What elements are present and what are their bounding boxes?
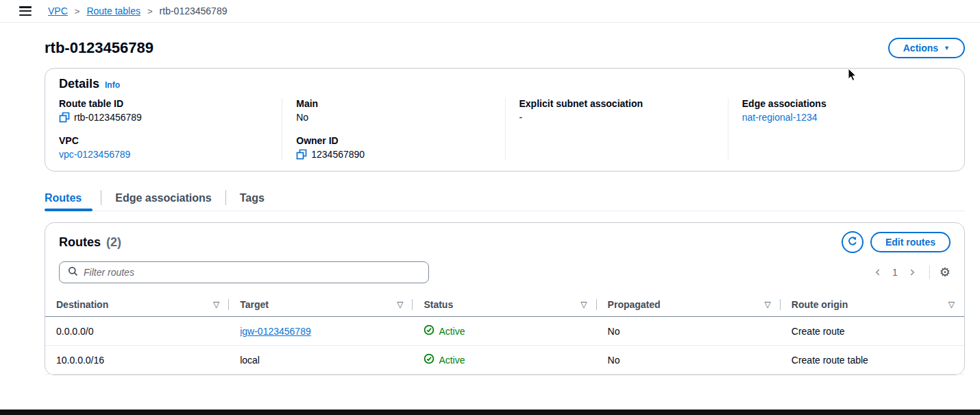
copy-icon[interactable] [59,112,70,123]
field-vpc: VPC vpc-0123456789 [59,135,271,160]
cell-target: local [229,346,413,374]
route-table-id-value: rtb-0123456789 [74,112,142,123]
cell-propagated: No [597,346,781,374]
chevron-right-icon: > [147,6,153,16]
breadcrumb-route-tables[interactable]: Route tables [86,5,140,16]
column-label: Route origin [792,299,848,310]
breadcrumb-current: rtb-0123456789 [160,5,228,16]
copy-icon[interactable] [296,149,307,160]
sort-icon: ▽ [580,300,587,309]
sort-icon: ▽ [397,300,403,309]
column-header-propagated[interactable]: Propagated ▽ [597,293,781,316]
field-label: Explicit subnet association [519,98,717,109]
page-number[interactable]: 1 [888,267,902,278]
column-label: Destination [56,299,108,310]
field-label: Route table ID [59,98,271,109]
actions-button[interactable]: Actions ▼ [888,38,965,58]
chevron-right-icon: > [75,6,80,16]
routes-panel-title: Routes [59,235,101,250]
column-header-target[interactable]: Target ▽ [229,293,413,316]
routes-count-badge: (2) [106,235,121,250]
details-card: Details Info Route table ID rtb-01234567… [45,68,965,171]
cell-target: igw-0123456789 [229,317,413,345]
pagination: 1 ⚙ [870,265,951,280]
main-value: No [296,112,308,123]
tab-tags[interactable]: Tags [226,188,278,211]
refresh-icon [847,236,858,249]
page-title: rtb-0123456789 [45,39,154,57]
column-header-status[interactable]: Status ▽ [413,293,596,316]
cell-route-origin: Create route table [781,346,964,374]
edit-routes-button[interactable]: Edit routes [870,232,951,252]
cell-destination: 10.0.0.0/16 [45,346,229,374]
status-text: Active [439,355,465,366]
cell-destination: 0.0.0.0/0 [45,317,229,345]
tab-strip: Routes Edge associations Tags [45,188,965,211]
status-success-icon [424,353,434,366]
vpc-link[interactable]: vpc-0123456789 [59,149,130,160]
bottom-bar [0,410,980,415]
igw-link[interactable]: igw-0123456789 [240,326,311,337]
field-label: Edge associations [742,98,940,109]
breadcrumb-bar: VPC > Route tables > rtb-0123456789 [0,0,980,23]
details-grid: Route table ID rtb-0123456789 VPC vpc-01… [59,98,951,160]
cell-propagated: No [597,317,781,345]
breadcrumb-vpc[interactable]: VPC [48,5,68,16]
field-explicit-subnet-association: Explicit subnet association - [519,98,717,123]
field-main: Main No [296,98,493,123]
routes-panel: Routes (2) Edit routes [45,222,965,375]
column-label: Target [240,299,269,310]
column-header-route-origin[interactable]: Route origin ▽ [781,293,964,316]
routes-table: Destination ▽ Target ▽ Status ▽ Propagat… [45,293,964,375]
filter-routes-input[interactable] [84,267,420,278]
routes-table-header: Destination ▽ Target ▽ Status ▽ Propagat… [45,293,964,317]
sort-icon: ▽ [765,300,771,309]
field-route-table-id: Route table ID rtb-0123456789 [59,98,271,123]
previous-page-button[interactable] [870,265,885,280]
field-edge-associations: Edge associations nat-regional-1234 [742,98,940,123]
gear-icon[interactable]: ⚙ [940,266,951,278]
table-row: 10.0.0.0/16 local Active No Create route… [45,346,964,375]
info-link[interactable]: Info [105,80,120,90]
refresh-button[interactable] [842,231,863,253]
tab-routes[interactable]: Routes [45,188,101,211]
cell-status: Active [413,346,596,374]
next-page-button[interactable] [905,265,920,280]
breadcrumb: VPC > Route tables > rtb-0123456789 [48,5,227,16]
sort-icon: ▽ [948,300,955,309]
edit-routes-label: Edit routes [885,237,935,248]
field-label: Owner ID [296,135,493,146]
search-icon [68,266,78,278]
page-header: rtb-0123456789 Actions ▼ [0,23,980,58]
status-success-icon [424,324,434,337]
field-label: VPC [59,135,271,146]
divider [929,265,930,279]
column-label: Propagated [608,299,661,310]
page: VPC > Route tables > rtb-0123456789 rtb-… [0,0,980,415]
edge-association-link[interactable]: nat-regional-1234 [742,112,818,123]
cell-status: Active [413,317,596,345]
table-row: 0.0.0.0/0 igw-0123456789 Active No Creat… [45,317,964,346]
sort-icon: ▽ [213,300,219,309]
menu-icon[interactable] [19,6,32,16]
field-owner-id: Owner ID 1234567890 [296,135,493,160]
actions-button-label: Actions [903,43,938,54]
owner-id-value: 1234567890 [311,149,365,160]
column-header-destination[interactable]: Destination ▽ [45,293,229,316]
cell-route-origin: Create route [781,317,964,345]
details-title: Details [59,77,99,91]
tab-edge-associations[interactable]: Edge associations [101,188,225,211]
status-text: Active [439,326,465,337]
column-label: Status [424,299,453,310]
field-label: Main [296,98,493,109]
caret-down-icon: ▼ [944,45,950,51]
explicit-subnet-value: - [519,112,523,123]
filter-routes-box [59,261,429,283]
